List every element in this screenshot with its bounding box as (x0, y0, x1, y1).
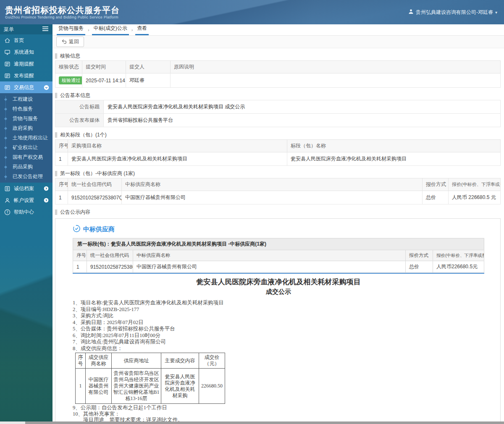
announcement-document: 瓮安县人民医院床旁血液净化机及相关耗材采购项目 成交公示 1、项目名称:瓮安县人… (73, 277, 492, 424)
sidebar-item-land-rights[interactable]: 土地使用权出让 (0, 133, 52, 143)
chevron-circle-right-icon (44, 186, 49, 191)
main-content: 货物与服务 › 中标(成交)公示 › 查看 返回 核验信息 核验 (52, 24, 504, 424)
user-icon (408, 9, 414, 16)
section-basic-info: 公告基本信息 公告标题 瓮安县人民医院床旁血液净化机及相关耗材采购项目 成交公示… (55, 91, 501, 127)
brand: 贵州省招标投标公共服务平台 GuiZhou Province Tendering… (5, 5, 120, 19)
sidebar-item-published-notices[interactable]: 已发公告处理 (0, 172, 52, 181)
table-row: 1 91520102587253807Q 中国医疗器械贵州有限公司 总价 人民币… (55, 191, 501, 204)
back-button[interactable]: 返回 (56, 37, 84, 47)
breadcrumb-separator: › (129, 27, 136, 35)
sidebar-submenu-trade-info: 工程建设 特色服务 货物与服务 政府采购 土地使用权出让 矿业权出让 国有产权交… (0, 93, 52, 183)
sidebar-item-label: 首页 (14, 37, 24, 44)
sidebar-item-publish-reminder[interactable]: 发布提醒 (0, 70, 52, 81)
section-related-packages: 相关标段（包）(1个) 序号 采购项目名称 标段（包）名称 1 瓮安县人民医院床… (55, 130, 501, 166)
document-subtitle: 成交公示 (73, 287, 484, 296)
document-card-icon (4, 61, 10, 67)
hamburger-icon[interactable] (42, 26, 48, 32)
chevron-circle-down-icon (44, 85, 49, 90)
sidebar-item-system-notice[interactable]: 系统通知 (0, 46, 52, 58)
section-announcement-content: 公告公示内容 中标供应商 第一标段(包)：瓮安县人民医院床旁血液净化机及相关耗材… (55, 207, 501, 424)
sidebar-item-special-services[interactable]: 特色服务 (0, 104, 52, 114)
sidebar-item-overdue-reminder[interactable]: 逾期提醒 (0, 58, 52, 70)
section-verification: 核验信息 核验状态 提交时间 提交人 原因说明 核验通过 2025-07-11 … (55, 51, 501, 88)
sidebar-item-goods-services[interactable]: 货物与服务 (0, 114, 52, 123)
table-row: 公告发布媒体 贵州省招标投标公共服务平台 (55, 114, 501, 127)
divider-line (73, 273, 484, 274)
sidebar-item-account-settings[interactable]: 帐户设置 (0, 194, 52, 206)
scrollbar-thumb[interactable] (25, 421, 504, 424)
sidebar-item-label: 诚信档案 (14, 185, 34, 192)
table-header-row: 序号 成交供应商名称 供应商地址 主要成交内容 成交价（元） (76, 353, 225, 369)
user-name: 贵州弘典建设咨询有限公司-邓廷睿 (416, 9, 493, 16)
question-circle-icon: ? (4, 209, 10, 215)
section-title: 公告公示内容 (55, 207, 501, 217)
menu-label: 菜单 (4, 26, 14, 33)
reason (171, 73, 501, 88)
breadcrumb-view[interactable]: 查看 (135, 25, 149, 35)
app-subtitle: GuiZhou Province Tendering and Bidding P… (5, 15, 120, 19)
section-marker (55, 132, 57, 138)
chevron-circle-right-icon (44, 198, 49, 203)
sidebar-item-help-center[interactable]: ? 帮助中心 (0, 206, 52, 218)
table-row: 1 91520102587253807Q 中国医疗器械贵州有限公司 总价 人民币… (73, 261, 484, 273)
section-winning-supplier: 第一标段（包）-中标供应商 (1家) 序号 统一社会信用代码 中标供应商名称 报… (55, 169, 501, 204)
table-header-row: 序号 采购项目名称 标段（包）名称 (55, 140, 501, 152)
supplier-heading: 中标供应商 (73, 225, 492, 234)
section-title: 公告基本信息 (55, 91, 501, 100)
circle-check-icon (73, 225, 81, 234)
sidebar-item-label: 交易信息 (14, 84, 34, 91)
announcement-title: 瓮安县人民医院床旁血液净化机及相关耗材采购项目 成交公示 (104, 100, 501, 114)
sidebar: 菜单 首页 系统通知 逾期提醒 发 (0, 24, 52, 424)
table-row: 1 中国医疗器械贵州有限公司 贵州省贵阳市乌当区贵州乌当经济开发区贵州大健康医药… (76, 369, 225, 404)
table-row: 核验通过 2025-07-11 14:14 邓廷睿 (55, 73, 501, 88)
sidebar-item-label: 帐户设置 (14, 197, 34, 204)
page: 贵州省招标投标公共服务平台 GuiZhou Province Tendering… (0, 0, 504, 424)
back-icon (61, 39, 67, 45)
app-header: 贵州省招标投标公共服务平台 GuiZhou Province Tendering… (0, 0, 504, 24)
field-label: 公告标题 (55, 100, 104, 114)
verification-table: 核验状态 提交时间 提交人 原因说明 核验通过 2025-07-11 14:14… (55, 60, 501, 88)
monitor-icon (4, 49, 10, 55)
field-label: 公告发布媒体 (55, 114, 104, 127)
breadcrumb-award-notice[interactable]: 中标(成交)公示 (92, 25, 129, 35)
document-card-icon (4, 84, 10, 91)
section-marker (55, 209, 57, 215)
section-title: 相关标段（包）(1个) (55, 130, 501, 139)
sidebar-item-home[interactable]: 首页 (0, 34, 52, 46)
breadcrumb-goods-services[interactable]: 货物与服务 (57, 25, 85, 35)
winning-supplier-table: 序号 统一社会信用代码 中标供应商名称 报价方式 报价(中标价、下浮率或费率) … (55, 178, 501, 204)
table-header-row: 序号 统一社会信用代码 中标供应商名称 报价方式 报价(中标价、下浮率或费率) (55, 178, 501, 191)
section-marker (55, 53, 57, 59)
table-row: 公告标题 瓮安县人民医院床旁血液净化机及相关耗材采购项目 成交公示 (55, 100, 501, 114)
sidebar-menu-header: 菜单 (0, 24, 52, 34)
horizontal-scrollbar[interactable] (0, 421, 504, 424)
sidebar-item-state-property[interactable]: 国有产权交易 (0, 152, 52, 162)
status-badge: 核验通过 (59, 76, 82, 84)
sidebar-item-integrity-archive[interactable]: 诚信档案 (0, 183, 52, 194)
deal-supplier-table: 序号 成交供应商名称 供应商地址 主要成交内容 成交价（元） 1 中国医疗器械贵… (75, 353, 225, 404)
table-header-row: 核验状态 提交时间 提交人 原因说明 (55, 61, 501, 73)
app-title: 贵州省招标投标公共服务平台 (5, 5, 120, 15)
sidebar-item-trade-info[interactable]: 交易信息 (0, 81, 52, 93)
sidebar-item-drug-procurement[interactable]: 药品采购 (0, 162, 52, 172)
home-icon (4, 37, 10, 44)
section-marker (55, 171, 57, 176)
toolbar: 返回 (52, 36, 504, 48)
sidebar-item-label: 发布提醒 (14, 72, 34, 79)
announcement-panel: 中标供应商 第一标段(包)：瓮安县人民医院床旁血液净化机及相关耗材采购项目 -中… (55, 218, 501, 424)
sidebar-item-label: 逾期提醒 (14, 60, 34, 68)
sidebar-item-mining-rights[interactable]: 矿业权出让 (0, 143, 52, 152)
sidebar-item-engineering[interactable]: 工程建设 (0, 94, 52, 104)
table-header-row: 序号 统一社会信用代码 中标供应商名称 报价方式 报价(中标价、下浮率或费率) (73, 250, 484, 261)
sidebar-item-gov-procurement[interactable]: 政府采购 (0, 123, 52, 133)
section-title: 第一标段（包）-中标供应商 (1家) (55, 169, 501, 178)
user-menu[interactable]: 贵州弘典建设咨询有限公司-邓廷睿 ▾ (408, 9, 497, 16)
list-card-icon (4, 186, 10, 192)
svg-text:?: ? (6, 210, 8, 214)
person-icon (4, 197, 10, 204)
table-row: 1 瓮安县人民医院床旁血液净化机及相关耗材采购项目 瓮安县人民医院床旁血液净化机… (55, 152, 501, 166)
submit-time: 2025-07-11 14:14 (82, 73, 126, 88)
content-supplier-table: 序号 统一社会信用代码 中标供应商名称 报价方式 报价(中标价、下浮率或费率) … (73, 250, 484, 273)
related-packages-table: 序号 采购项目名称 标段（包）名称 1 瓮安县人民医院床旁血液净化机及相关耗材采… (55, 139, 501, 166)
breadcrumb-separator: › (85, 27, 92, 35)
